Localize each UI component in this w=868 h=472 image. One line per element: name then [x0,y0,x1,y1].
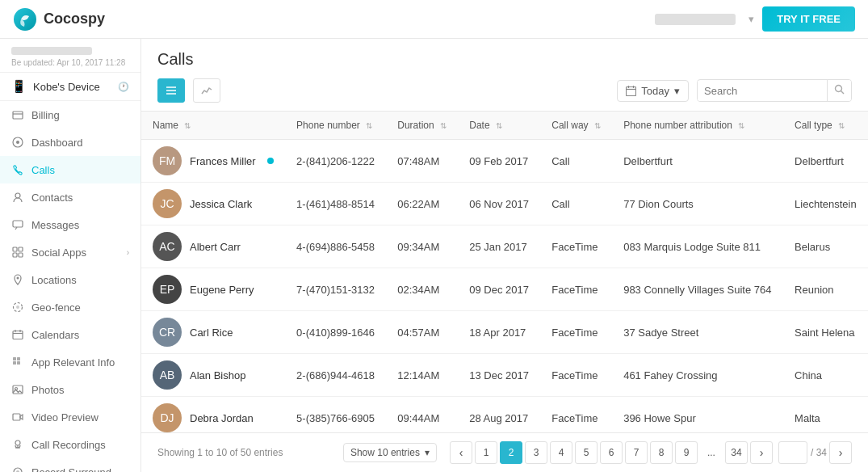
social-apps-arrow: › [127,248,129,257]
main-content: Calls Today ▾ [141,39,868,472]
sidebar-item-social-apps[interactable]: Social Apps › [0,238,140,266]
page-9-button[interactable]: 9 [675,441,698,464]
sidebar-item-billing[interactable]: Billing [0,101,140,129]
messages-icon [11,218,24,231]
svg-rect-6 [13,221,23,227]
col-call-type[interactable]: Call type ⇅ [783,112,868,140]
date-filter-button[interactable]: Today ▾ [617,80,689,102]
col-attribution[interactable]: Phone number attribution ⇅ [612,112,783,140]
geo-fence-icon [11,301,24,314]
page-jump-button[interactable]: › [829,441,852,464]
locations-icon [11,273,24,286]
sidebar-item-dashboard[interactable]: Dashboard [0,129,140,156]
date-chevron-icon: ▾ [674,85,680,97]
billing-icon [11,108,24,121]
sidebar-item-messages[interactable]: Messages [0,211,140,238]
page-6-button[interactable]: 6 [600,441,623,464]
sidebar-item-video-preview[interactable]: Video Preview [0,403,140,431]
sidebar-item-calendars[interactable]: Calendars [0,321,140,348]
topbar: Cocospy ▾ TRY IT FREE [0,0,868,39]
table-row: AC Albert Carr 4-(694)886-5458 09:34AM 2… [141,225,868,268]
svg-rect-9 [13,253,17,257]
table-header-row: Name ⇅ Phone number ⇅ Duration ⇅ Date ⇅ … [141,112,868,140]
app-relevant-icon [11,356,24,369]
calls-icon [11,163,24,176]
chart-view-button[interactable] [193,78,220,103]
per-page-chevron: ▾ [425,447,430,458]
table-row: JC Jessica Clark 1-(461)488-8514 06:22AM… [141,183,868,225]
table-row: AB Alan Bishop 2-(686)944-4618 12:14AM 1… [141,354,868,397]
svg-rect-24 [13,414,20,420]
col-name[interactable]: Name ⇅ [141,112,285,140]
sidebar-item-app-relevant[interactable]: App Relevant Info [0,348,140,376]
sidebar: Be updated: Apr 10, 2017 11:28 📱 Kobe's … [0,39,141,472]
col-duration[interactable]: Duration ⇅ [386,112,458,140]
page-7-button[interactable]: 7 [625,441,648,464]
page-input-wrap: / 34 [778,441,827,464]
page-prev-button[interactable]: ‹ [450,441,472,464]
main-header: Calls Today ▾ [141,39,868,112]
table-row: EP Eugene Perry 7-(470)151-3132 02:34AM … [141,268,868,311]
table-row: FM Frances Miller 2-(841)206-1222 07:48A… [141,140,868,183]
page-1-button[interactable]: 1 [475,441,497,464]
col-date[interactable]: Date ⇅ [458,112,540,140]
svg-point-5 [15,193,20,198]
device-clock-icon: 🕐 [118,82,129,92]
sidebar-item-contacts[interactable]: Contacts [0,183,140,211]
call-recordings-icon [11,438,24,451]
pagination: ‹ 1 2 3 4 5 6 7 8 9 ... 34 › / 34 › [450,441,852,464]
search-box [697,79,852,102]
sidebar-item-locations[interactable]: Locations [0,266,140,293]
device-label: Kobe's Device [33,81,100,93]
calls-table: Name ⇅ Phone number ⇅ Duration ⇅ Date ⇅ … [141,112,868,432]
svg-rect-39 [627,86,636,95]
table-row: DJ Debra Jordan 5-(385)766-6905 09:44AM … [141,397,868,433]
table-row: CR Carl Rice 0-(410)899-1646 04:57AM 18 … [141,311,868,354]
table-body: FM Frances Miller 2-(841)206-1222 07:48A… [141,140,868,433]
page-5-button[interactable]: 5 [575,441,598,464]
svg-line-44 [841,91,845,95]
svg-rect-10 [19,253,23,257]
logo: Cocospy [13,7,105,32]
photos-icon [11,383,24,396]
svg-rect-19 [17,357,20,360]
col-call-way[interactable]: Call way ⇅ [540,112,612,140]
try-free-button[interactable]: TRY IT FREE [762,6,855,32]
page-8-button[interactable]: 8 [650,441,673,464]
page-34-button[interactable]: 34 [725,441,748,464]
page-jump-input[interactable] [778,441,807,464]
page-title: Calls [157,50,852,69]
account-chevron[interactable]: ▾ [748,13,754,25]
svg-rect-20 [13,361,16,365]
contacts-icon [11,191,24,204]
sidebar-item-calls[interactable]: Calls [0,156,140,183]
svg-point-43 [836,86,842,92]
sidebar-device[interactable]: 📱 Kobe's Device 🕐 [0,73,140,101]
toolbar: Today ▾ [157,78,852,111]
sidebar-user-info: Be updated: Apr 10, 2017 11:28 [0,39,140,73]
svg-point-25 [15,440,20,445]
search-button[interactable] [827,80,851,101]
dashboard-icon [11,136,24,149]
sidebar-nav: Billing Dashboard Calls Contacts [0,101,140,472]
page-next-button[interactable]: › [750,441,773,464]
sidebar-item-photos[interactable]: Photos [0,376,140,403]
per-page-select[interactable]: Show 10 entries ▾ [343,443,437,462]
col-phone[interactable]: Phone number ⇅ [285,112,386,140]
page-total: / 34 [811,447,827,458]
page-2-button[interactable]: 2 [500,441,522,464]
list-view-button[interactable] [157,78,185,103]
search-input[interactable] [698,81,827,101]
svg-point-4 [16,141,19,144]
sidebar-item-record-surround[interactable]: Record Surround [0,458,140,472]
sidebar-item-call-recordings[interactable]: Call Recordings [0,431,140,458]
page-4-button[interactable]: 4 [550,441,572,464]
account-info [655,14,736,25]
page-3-button[interactable]: 3 [525,441,547,464]
sidebar-update-time: Be updated: Apr 10, 2017 11:28 [11,58,129,67]
svg-point-11 [17,277,19,280]
sidebar-item-geo-fence[interactable]: Geo-fence [0,293,140,321]
video-preview-icon [11,411,24,424]
device-icon: 📱 [11,79,27,94]
social-apps-icon [11,246,24,259]
